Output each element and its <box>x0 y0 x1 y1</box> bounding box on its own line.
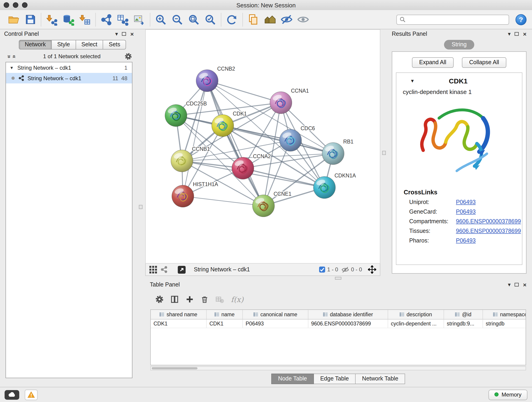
selected-counts: 1 - 0 <box>319 266 338 273</box>
show-columns-icon[interactable] <box>171 295 179 303</box>
table-row[interactable]: CDK1CDK1P064939606.ENSP00000378699cyclin… <box>151 319 526 328</box>
edge-CCNB2-CCNA1[interactable] <box>207 81 281 103</box>
save-session-button[interactable] <box>22 11 38 28</box>
tab-network[interactable]: Network <box>19 40 52 50</box>
minimize-window-button[interactable] <box>13 2 18 8</box>
column-header-shared-name[interactable]: shared name <box>151 310 207 319</box>
birdseye-grid-icon[interactable] <box>149 266 157 274</box>
float-panel-icon[interactable] <box>122 32 126 36</box>
float-panel-icon[interactable] <box>515 283 519 287</box>
warnings-button[interactable] <box>25 389 38 400</box>
collapse-all-button[interactable]: Collapse All <box>462 57 507 68</box>
search-input[interactable] <box>407 16 506 23</box>
hide-selected-button[interactable] <box>278 11 295 28</box>
help-button[interactable]: ? <box>515 14 526 25</box>
memory-button[interactable]: Memory <box>488 389 527 400</box>
tab-select[interactable]: Select <box>76 40 103 50</box>
import-network-file-button[interactable] <box>44 11 60 28</box>
scrollbar-thumb[interactable] <box>152 367 197 370</box>
expand-all-button[interactable]: Expand All <box>412 57 454 68</box>
cell-id[interactable]: stringdb:9... <box>444 319 483 328</box>
cell-name[interactable]: CDK1 <box>207 319 243 328</box>
node-CDK1[interactable]: CDK1 <box>212 111 247 137</box>
toolbar-separator <box>242 13 243 26</box>
network-row-selected[interactable]: String Network – cdk1 11 48 <box>6 73 132 83</box>
panel-menu-icon[interactable]: ▾ <box>508 282 511 287</box>
network-canvas[interactable]: CCNB2CCNA1CDC25BCDK1CDC6RB1CCNB1CCNA2CDK… <box>146 30 380 263</box>
cell-description[interactable]: cyclin-dependent ... <box>388 319 444 328</box>
expand-all-icon[interactable]: « <box>11 55 18 58</box>
tab-string[interactable]: String <box>444 40 474 50</box>
cloud-button[interactable] <box>5 390 19 400</box>
crosslink-value-link[interactable]: P06493 <box>456 209 476 215</box>
crosslink-value-link[interactable]: 9606.ENSP00000378699 <box>456 218 521 225</box>
close-panel-icon[interactable]: × <box>523 282 526 288</box>
import-table-button[interactable] <box>76 11 93 28</box>
open-in-new-icon[interactable] <box>177 265 186 274</box>
tab-node-table[interactable]: Node Table <box>271 374 314 384</box>
collapse-protein-icon[interactable]: ▼ <box>410 78 415 83</box>
tab-network-table[interactable]: Network Table <box>355 374 405 384</box>
column-header-name[interactable]: name <box>207 310 243 319</box>
duplicate-network-button[interactable] <box>245 11 262 28</box>
gear-icon[interactable] <box>155 295 164 303</box>
zoom-fit-button[interactable] <box>186 11 202 28</box>
panel-menu-icon[interactable]: ▾ <box>508 31 511 37</box>
network-collection-row[interactable]: ▼ String Network – cdk1 1 <box>6 62 132 73</box>
crosslink-value-link[interactable]: 9606.ENSP00000378699 <box>456 228 521 234</box>
cell-canonical-name[interactable]: P06493 <box>243 319 308 328</box>
close-window-button[interactable] <box>4 2 9 8</box>
edge-HIST1H1A-CCNE1[interactable] <box>183 196 264 206</box>
horizontal-splitter-grip[interactable] <box>335 277 341 280</box>
cell-shared-name[interactable]: CDK1 <box>151 319 207 328</box>
column-header-description[interactable]: description <box>388 310 444 319</box>
network-from-table-button[interactable] <box>114 11 131 28</box>
tab-edge-table[interactable]: Edge Table <box>314 374 356 384</box>
node-RB1[interactable]: RB1 <box>322 139 354 165</box>
zoom-in-button[interactable] <box>152 11 169 28</box>
apply-layout-button[interactable] <box>224 11 240 28</box>
export-image-button[interactable] <box>131 11 147 28</box>
node-CCNB2[interactable]: CCNB2 <box>196 66 235 92</box>
close-panel-icon[interactable]: × <box>523 31 526 37</box>
delete-column-icon[interactable] <box>201 295 209 303</box>
vertical-splitter-grip[interactable] <box>139 205 143 209</box>
tab-sets[interactable]: Sets <box>103 40 126 50</box>
gear-icon[interactable] <box>125 53 132 60</box>
import-network-icon <box>46 13 58 26</box>
zoom-window-button[interactable] <box>22 2 27 8</box>
add-column-icon[interactable] <box>186 295 194 303</box>
zoom-out-button[interactable] <box>169 11 186 28</box>
node-CCNA1[interactable]: CCNA1 <box>270 88 309 114</box>
crosslink-value-link[interactable]: P06493 <box>456 199 476 205</box>
edge-CDK1-RB1[interactable] <box>223 126 333 153</box>
zoom-selected-button[interactable] <box>202 11 219 28</box>
show-all-button[interactable] <box>295 11 311 28</box>
import-network-database-button[interactable] <box>60 11 76 28</box>
column-header-namespace[interactable]: namespace <box>483 310 526 319</box>
network-view: CCNB2CCNA1CDC25BCDK1CDC6RB1CCNB1CCNA2CDK… <box>145 29 380 264</box>
cell-namespace[interactable]: stringdb <box>483 319 526 328</box>
browser-home-button[interactable] <box>262 11 278 28</box>
new-network-button[interactable] <box>98 11 114 28</box>
node-HIST1H1A[interactable]: HIST1H1A <box>172 181 218 207</box>
network-glyph-icon[interactable] <box>160 266 168 273</box>
close-panel-icon[interactable]: × <box>130 31 134 37</box>
disclosure-triangle-icon[interactable]: ▼ <box>10 65 14 70</box>
tab-style[interactable]: Style <box>52 40 76 50</box>
float-panel-icon[interactable] <box>515 32 519 36</box>
pan-crosshair-icon[interactable] <box>368 265 376 274</box>
crosslink-value-link[interactable]: P06493 <box>456 237 476 244</box>
open-session-button[interactable] <box>6 11 22 28</box>
column-header-database-identifier[interactable]: database identifier <box>308 310 388 319</box>
node-CDKN1A[interactable]: CDKN1A <box>313 172 356 198</box>
edge-CCNB2-HIST1H1A[interactable] <box>183 81 207 196</box>
column-header-canonical-name[interactable]: canonical name <box>243 310 308 319</box>
save-icon <box>25 14 36 25</box>
cell-database-identifier[interactable]: 9606.ENSP00000378699 <box>308 319 388 328</box>
column-header-id[interactable]: @id <box>444 310 483 319</box>
network-statusbar: String Network – cdk1 1 - 0 0 - 0 <box>145 264 380 276</box>
vertical-splitter-grip[interactable] <box>382 151 386 155</box>
open-folder-icon <box>8 13 20 26</box>
panel-menu-icon[interactable]: ▾ <box>115 31 118 37</box>
